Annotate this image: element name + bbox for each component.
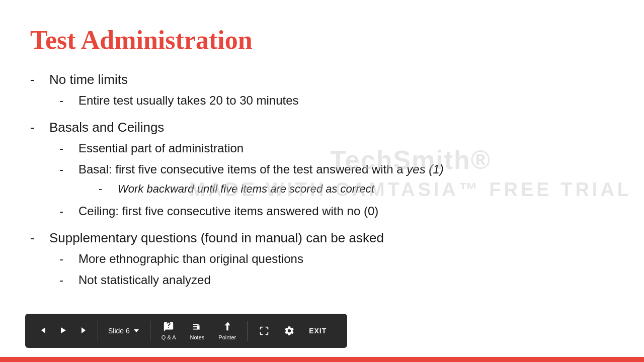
sub-text-3-2: Not statistically analyzed — [78, 271, 211, 289]
bullet-text-3: Supplementary questions (found in manual… — [49, 230, 384, 245]
sub-item-3-1: - More ethnographic than original questi… — [49, 250, 384, 268]
exit-label: EXIT — [309, 327, 327, 335]
play-button[interactable] — [55, 324, 71, 338]
sub-dash-2-2: - — [59, 160, 69, 178]
sub-dash-3-1: - — [59, 250, 69, 268]
qa-button[interactable]: Q & A — [156, 318, 181, 343]
sub-item-2-2: - Basal: first five consecutive items of… — [49, 160, 444, 199]
bullet-content-2: Basals and Ceilings - Essential part of … — [49, 118, 444, 223]
sub-dash-1-1: - — [59, 92, 69, 110]
bullet-text-1: No time limits — [49, 72, 128, 87]
sub-item-2-1: - Essential part of administration — [49, 139, 444, 157]
notes-label: Notes — [190, 334, 205, 340]
sub-item-2-3: - Ceiling: first five consecutive items … — [49, 202, 444, 220]
sub-dash-3-2: - — [59, 271, 69, 289]
sub-sub-text-2-2-1: Work backward until five items are score… — [118, 180, 374, 197]
sub-text-2-2: Basal: first five consecutive items of t… — [78, 162, 444, 176]
sub-sub-item-2-2-1: - Work backward until five items are sco… — [78, 180, 444, 197]
svg-marker-2 — [82, 327, 86, 333]
svg-marker-1 — [61, 327, 66, 333]
sub-list-3: - More ethnographic than original questi… — [49, 250, 384, 289]
red-bar — [0, 357, 644, 362]
divider-2 — [150, 321, 150, 341]
divider-1 — [98, 321, 98, 341]
pointer-button[interactable]: Pointer — [213, 318, 241, 343]
slide-container: TechSmith® MADE WITH CAMTASIA™ FREE TRIA… — [0, 0, 644, 362]
sub-dash-2-1: - — [59, 139, 69, 157]
settings-button[interactable] — [279, 322, 300, 339]
sub-text-1-1: Entire test usually takes 20 to 30 minut… — [78, 92, 299, 110]
notes-button[interactable]: Notes — [185, 318, 210, 343]
bullet-item-1: - No time limits - Entire test usually t… — [30, 70, 614, 113]
dash-3: - — [30, 228, 40, 248]
slide-content: TechSmith® MADE WITH CAMTASIA™ FREE TRIA… — [0, 0, 644, 357]
slide-indicator[interactable]: Slide 6 — [104, 327, 144, 335]
svg-marker-0 — [41, 327, 45, 333]
sub-list-1: - Entire test usually takes 20 to 30 min… — [49, 92, 299, 110]
next-button[interactable] — [75, 324, 92, 338]
sub-item-1-1: - Entire test usually takes 20 to 30 min… — [49, 92, 299, 110]
pointer-label: Pointer — [218, 334, 236, 340]
divider-3 — [247, 321, 248, 341]
slide-number-label: Slide 6 — [108, 327, 130, 335]
dash-1: - — [30, 70, 40, 89]
sub-dash-2-3: - — [59, 202, 69, 220]
sub-text-2-3: Ceiling: first five consecutive items an… — [78, 202, 378, 220]
sub-text-2-1: Essential part of administration — [78, 139, 244, 157]
bullet-item-2: - Basals and Ceilings - Essential part o… — [30, 118, 614, 223]
prev-button[interactable] — [35, 324, 51, 338]
bullet-list: - No time limits - Entire test usually t… — [30, 70, 614, 292]
slide-title: Test Administration — [30, 25, 614, 55]
bullet-text-2: Basals and Ceilings — [49, 120, 164, 135]
sub-sub-list-2-2: - Work backward until five items are sco… — [78, 180, 444, 197]
sub-text-3-1: More ethnographic than original question… — [78, 250, 303, 268]
sub-sub-dash-2-2-1: - — [99, 180, 109, 197]
sub-content-2-2: Basal: first five consecutive items of t… — [78, 160, 444, 199]
sub-list-2: - Essential part of administration - Bas… — [49, 139, 444, 220]
exit-button[interactable]: EXIT — [304, 324, 332, 338]
qa-label: Q & A — [162, 334, 176, 340]
layout-button[interactable] — [254, 322, 275, 339]
bullet-content-3: Supplementary questions (found in manual… — [49, 228, 384, 292]
bullet-item-3: - Supplementary questions (found in manu… — [30, 228, 614, 292]
toolbar: Slide 6 Q & A Notes Pointer — [25, 314, 347, 348]
bullet-content-1: No time limits - Entire test usually tak… — [49, 70, 299, 113]
sub-item-3-2: - Not statistically analyzed — [49, 271, 384, 289]
dash-2: - — [30, 118, 40, 137]
svg-marker-3 — [134, 329, 139, 332]
